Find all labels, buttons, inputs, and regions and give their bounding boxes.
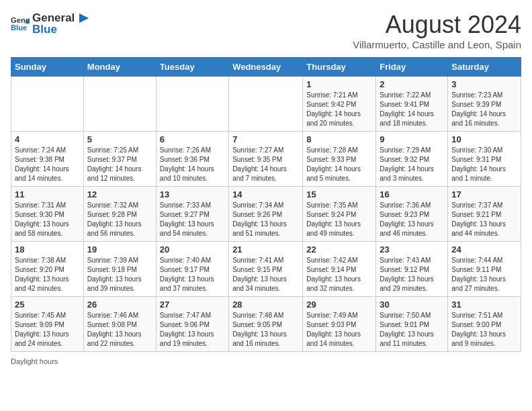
calendar-day-cell: 1Sunrise: 7:21 AM Sunset: 9:42 PM Daylig…: [303, 77, 376, 132]
day-info: Sunrise: 7:42 AM Sunset: 9:14 PM Dayligh…: [306, 256, 372, 293]
day-info: Sunrise: 7:43 AM Sunset: 9:12 PM Dayligh…: [380, 256, 444, 293]
day-number: 2: [380, 79, 444, 89]
day-info: Sunrise: 7:33 AM Sunset: 9:27 PM Dayligh…: [160, 201, 225, 238]
day-info: Sunrise: 7:27 AM Sunset: 9:35 PM Dayligh…: [232, 146, 299, 183]
logo-icon: General Blue: [11, 14, 30, 33]
calendar-day-cell: 13Sunrise: 7:33 AM Sunset: 9:27 PM Dayli…: [156, 187, 228, 242]
day-info: Sunrise: 7:51 AM Sunset: 9:00 PM Dayligh…: [451, 311, 517, 349]
day-info: Sunrise: 7:23 AM Sunset: 9:39 PM Dayligh…: [451, 91, 517, 128]
day-info: Sunrise: 7:44 AM Sunset: 9:11 PM Dayligh…: [451, 256, 517, 293]
calendar-day-cell: 8Sunrise: 7:28 AM Sunset: 9:33 PM Daylig…: [303, 132, 376, 187]
day-info: Sunrise: 7:40 AM Sunset: 9:17 PM Dayligh…: [160, 256, 225, 293]
day-number: 4: [15, 134, 80, 144]
calendar-week-row: 25Sunrise: 7:45 AM Sunset: 9:09 PM Dayli…: [11, 297, 521, 352]
calendar-day-cell: 17Sunrise: 7:37 AM Sunset: 9:21 PM Dayli…: [448, 187, 521, 242]
calendar-day-cell: 26Sunrise: 7:46 AM Sunset: 9:08 PM Dayli…: [83, 297, 156, 352]
calendar-day-cell: [229, 77, 303, 132]
month-title: August 2024: [353, 11, 521, 39]
daylight-label: Daylight hours: [11, 357, 58, 365]
header: General Blue General Blue August 2024 Vi…: [11, 11, 521, 50]
day-number: 3: [451, 79, 517, 89]
day-info: Sunrise: 7:48 AM Sunset: 9:05 PM Dayligh…: [232, 311, 299, 349]
weekday-header-cell: Sunday: [11, 58, 84, 77]
day-number: 30: [380, 300, 444, 310]
calendar-day-cell: 23Sunrise: 7:43 AM Sunset: 9:12 PM Dayli…: [376, 242, 448, 297]
logo-triangle-icon: [75, 11, 90, 26]
calendar-day-cell: [156, 77, 228, 132]
day-number: 22: [306, 244, 372, 255]
day-info: Sunrise: 7:22 AM Sunset: 9:41 PM Dayligh…: [380, 91, 444, 128]
day-number: 1: [306, 79, 372, 89]
calendar-week-row: 1Sunrise: 7:21 AM Sunset: 9:42 PM Daylig…: [11, 77, 521, 132]
calendar-day-cell: 21Sunrise: 7:41 AM Sunset: 9:15 PM Dayli…: [229, 242, 303, 297]
day-number: 27: [160, 300, 225, 310]
day-number: 5: [87, 134, 152, 144]
day-number: 25: [15, 300, 80, 310]
weekday-header-cell: Tuesday: [156, 58, 228, 77]
title-area: August 2024 Villarmuerto, Castille and L…: [353, 11, 521, 50]
footer: Daylight hours: [11, 357, 521, 365]
weekday-header-cell: Friday: [376, 58, 448, 77]
day-number: 11: [15, 189, 80, 199]
calendar-day-cell: [11, 77, 84, 132]
day-info: Sunrise: 7:49 AM Sunset: 9:03 PM Dayligh…: [306, 311, 372, 349]
day-info: Sunrise: 7:21 AM Sunset: 9:42 PM Dayligh…: [306, 91, 372, 128]
day-number: 16: [380, 189, 444, 199]
day-info: Sunrise: 7:25 AM Sunset: 9:37 PM Dayligh…: [87, 146, 152, 183]
calendar-day-cell: 10Sunrise: 7:30 AM Sunset: 9:31 PM Dayli…: [448, 132, 521, 187]
day-info: Sunrise: 7:37 AM Sunset: 9:21 PM Dayligh…: [451, 201, 517, 238]
calendar-header: SundayMondayTuesdayWednesdayThursdayFrid…: [11, 58, 521, 77]
calendar-day-cell: 11Sunrise: 7:31 AM Sunset: 9:30 PM Dayli…: [11, 187, 84, 242]
weekday-header-cell: Saturday: [448, 58, 521, 77]
day-number: 18: [15, 244, 80, 255]
calendar-day-cell: 22Sunrise: 7:42 AM Sunset: 9:14 PM Dayli…: [303, 242, 376, 297]
day-number: 19: [87, 244, 152, 255]
calendar-day-cell: 31Sunrise: 7:51 AM Sunset: 9:00 PM Dayli…: [448, 297, 521, 352]
day-number: 7: [232, 134, 299, 144]
day-info: Sunrise: 7:24 AM Sunset: 9:38 PM Dayligh…: [15, 146, 80, 183]
day-number: 9: [380, 134, 444, 144]
day-info: Sunrise: 7:31 AM Sunset: 9:30 PM Dayligh…: [15, 201, 80, 238]
day-info: Sunrise: 7:50 AM Sunset: 9:01 PM Dayligh…: [380, 311, 444, 349]
day-number: 23: [380, 244, 444, 255]
day-info: Sunrise: 7:46 AM Sunset: 9:08 PM Dayligh…: [87, 311, 152, 349]
calendar-day-cell: 20Sunrise: 7:40 AM Sunset: 9:17 PM Dayli…: [156, 242, 228, 297]
day-info: Sunrise: 7:34 AM Sunset: 9:26 PM Dayligh…: [232, 201, 299, 238]
calendar-day-cell: 24Sunrise: 7:44 AM Sunset: 9:11 PM Dayli…: [448, 242, 521, 297]
calendar-day-cell: 2Sunrise: 7:22 AM Sunset: 9:41 PM Daylig…: [376, 77, 448, 132]
day-number: 29: [306, 300, 372, 310]
day-number: 6: [160, 134, 225, 144]
calendar-day-cell: 15Sunrise: 7:35 AM Sunset: 9:24 PM Dayli…: [303, 187, 376, 242]
weekday-header-cell: Wednesday: [229, 58, 303, 77]
calendar-table: SundayMondayTuesdayWednesdayThursdayFrid…: [11, 57, 521, 352]
calendar-day-cell: 27Sunrise: 7:47 AM Sunset: 9:06 PM Dayli…: [156, 297, 228, 352]
day-info: Sunrise: 7:41 AM Sunset: 9:15 PM Dayligh…: [232, 256, 299, 293]
calendar-day-cell: 30Sunrise: 7:50 AM Sunset: 9:01 PM Dayli…: [376, 297, 448, 352]
day-number: 12: [87, 189, 152, 199]
day-info: Sunrise: 7:30 AM Sunset: 9:31 PM Dayligh…: [451, 146, 517, 183]
calendar-day-cell: [83, 77, 156, 132]
day-number: 28: [232, 300, 299, 310]
logo: General Blue General Blue: [11, 11, 91, 36]
calendar-day-cell: 18Sunrise: 7:38 AM Sunset: 9:20 PM Dayli…: [11, 242, 84, 297]
day-number: 8: [306, 134, 372, 144]
calendar-day-cell: 3Sunrise: 7:23 AM Sunset: 9:39 PM Daylig…: [448, 77, 521, 132]
calendar-day-cell: 9Sunrise: 7:29 AM Sunset: 9:32 PM Daylig…: [376, 132, 448, 187]
calendar-week-row: 18Sunrise: 7:38 AM Sunset: 9:20 PM Dayli…: [11, 242, 521, 297]
weekday-header-cell: Monday: [83, 58, 156, 77]
day-info: Sunrise: 7:32 AM Sunset: 9:28 PM Dayligh…: [87, 201, 152, 238]
calendar-day-cell: 5Sunrise: 7:25 AM Sunset: 9:37 PM Daylig…: [83, 132, 156, 187]
day-info: Sunrise: 7:26 AM Sunset: 9:36 PM Dayligh…: [160, 146, 225, 183]
day-info: Sunrise: 7:45 AM Sunset: 9:09 PM Dayligh…: [15, 311, 80, 349]
day-info: Sunrise: 7:36 AM Sunset: 9:23 PM Dayligh…: [380, 201, 444, 238]
calendar-day-cell: 12Sunrise: 7:32 AM Sunset: 9:28 PM Dayli…: [83, 187, 156, 242]
day-info: Sunrise: 7:29 AM Sunset: 9:32 PM Dayligh…: [380, 146, 444, 183]
day-number: 26: [87, 300, 152, 310]
day-number: 20: [160, 244, 225, 255]
day-number: 14: [232, 189, 299, 199]
calendar-day-cell: 7Sunrise: 7:27 AM Sunset: 9:35 PM Daylig…: [229, 132, 303, 187]
svg-text:Blue: Blue: [11, 24, 27, 32]
day-number: 31: [451, 300, 517, 310]
calendar-day-cell: 14Sunrise: 7:34 AM Sunset: 9:26 PM Dayli…: [229, 187, 303, 242]
day-number: 24: [451, 244, 517, 255]
